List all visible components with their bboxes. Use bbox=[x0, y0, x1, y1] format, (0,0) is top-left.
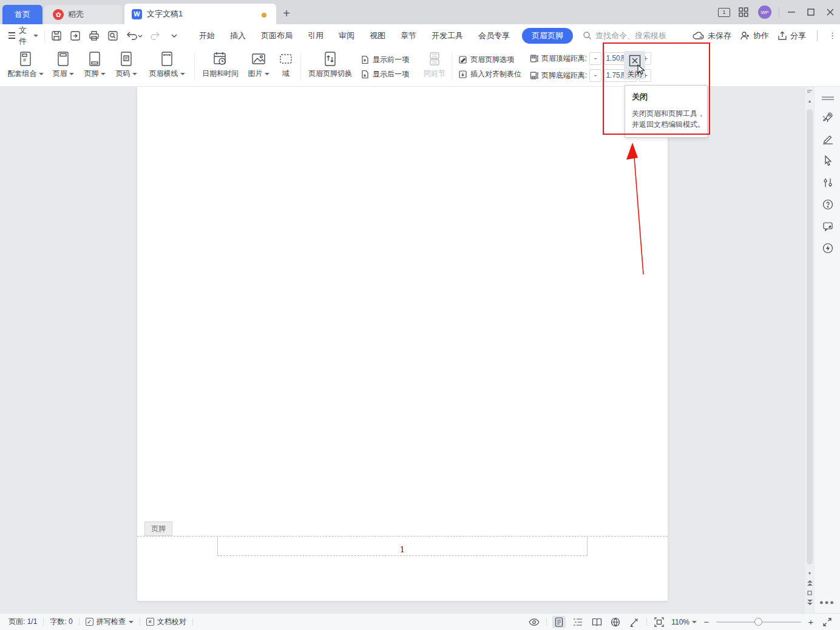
document-page[interactable] bbox=[137, 87, 668, 601]
document-canvas[interactable]: 页脚 1 bbox=[0, 87, 805, 613]
print-preview-icon[interactable] bbox=[106, 29, 120, 42]
tab-references[interactable]: 引用 bbox=[304, 28, 327, 44]
zoom-out-button[interactable]: − bbox=[702, 617, 711, 627]
share-button[interactable]: 分享 bbox=[777, 30, 806, 41]
close-window-button[interactable] bbox=[821, 0, 840, 24]
combo-set-button[interactable]: # 配套组合 bbox=[4, 47, 47, 87]
scrollbar-thumb[interactable] bbox=[807, 109, 813, 564]
tab-dev-tools[interactable]: 开发工具 bbox=[428, 28, 467, 44]
web-layout-icon[interactable] bbox=[609, 616, 622, 628]
hf-switch-icon bbox=[322, 51, 338, 67]
edit-pen-icon[interactable] bbox=[821, 132, 835, 146]
sidebar-more-icon[interactable]: ●●● bbox=[819, 598, 835, 606]
ribbon-separator bbox=[194, 53, 195, 81]
previous-page-icon[interactable] bbox=[805, 580, 814, 586]
close-header-footer-button[interactable]: 关闭 bbox=[624, 51, 645, 80]
zoom-slider[interactable] bbox=[716, 622, 801, 623]
scroll-down-icon[interactable]: ▼ bbox=[805, 571, 814, 575]
page-view-icon[interactable] bbox=[552, 616, 566, 628]
search-input[interactable] bbox=[595, 31, 693, 40]
save-icon[interactable] bbox=[50, 29, 63, 42]
hf-options-icon bbox=[458, 55, 467, 64]
print-icon[interactable] bbox=[87, 29, 101, 42]
vertical-scrollbar[interactable]: ▲ ▼ bbox=[805, 87, 814, 613]
datetime-button[interactable]: 日期和时间 bbox=[197, 47, 243, 87]
ink-pen-icon[interactable] bbox=[628, 616, 641, 628]
footer-button[interactable]: 页脚 bbox=[79, 47, 110, 87]
chevron-down-icon bbox=[692, 621, 697, 623]
header-line-button[interactable]: 页眉横线 bbox=[142, 47, 192, 87]
zoom-slider-handle[interactable] bbox=[754, 618, 762, 626]
customize-toolbar-icon[interactable] bbox=[168, 29, 181, 42]
chevron-down-icon bbox=[129, 621, 134, 623]
performance-lightning-icon[interactable] bbox=[821, 242, 835, 255]
eye-protect-icon[interactable] bbox=[527, 616, 541, 628]
select-browse-object-icon[interactable] bbox=[805, 591, 814, 595]
header-distance-decrease[interactable]: - bbox=[589, 52, 601, 65]
user-avatar[interactable]: WP bbox=[758, 5, 771, 19]
zoom-in-button[interactable]: + bbox=[807, 617, 815, 627]
zoom-level-button[interactable]: 110% bbox=[671, 618, 697, 626]
header-button[interactable]: 页眉 bbox=[47, 47, 79, 87]
tooltip-line2: 并返回文档编辑模式。 bbox=[632, 119, 700, 130]
feedback-icon[interactable] bbox=[821, 220, 835, 233]
collaborate-label: 协作 bbox=[753, 30, 769, 41]
ruler-toggle-icon[interactable] bbox=[805, 89, 814, 95]
undo-icon[interactable] bbox=[125, 29, 143, 42]
maximize-button[interactable] bbox=[801, 0, 821, 24]
wps-writer-icon: W bbox=[132, 9, 142, 19]
select-cursor-icon[interactable] bbox=[821, 154, 835, 168]
fit-page-icon[interactable] bbox=[652, 616, 666, 628]
insert-align-tab-button[interactable]: 插入对齐制表位 bbox=[458, 69, 523, 80]
file-menu-button[interactable]: 文件 bbox=[0, 25, 44, 47]
minimize-button[interactable] bbox=[782, 0, 801, 24]
spell-check-toggle[interactable]: ✓ 拼写检查 bbox=[86, 617, 134, 627]
hf-switch-button[interactable]: 页眉页脚切换 bbox=[303, 47, 357, 87]
svg-text:#: # bbox=[23, 57, 26, 63]
picture-icon bbox=[251, 51, 266, 67]
app-grid-icon[interactable] bbox=[734, 0, 753, 24]
word-count[interactable]: 字数: 0 bbox=[50, 617, 72, 627]
tab-insert[interactable]: 插入 bbox=[226, 28, 249, 44]
tab-home-start[interactable]: 开始 bbox=[195, 28, 218, 44]
hf-options-button[interactable]: 页眉页脚选项 bbox=[458, 55, 523, 65]
tab-section[interactable]: 章节 bbox=[397, 28, 420, 44]
show-previous-button[interactable]: 显示前一项 bbox=[361, 55, 416, 65]
docer-icon: ✿ bbox=[53, 9, 64, 20]
save-status[interactable]: 未保存 bbox=[693, 30, 731, 41]
footer-distance-decrease[interactable]: - bbox=[589, 69, 601, 82]
redo-icon[interactable] bbox=[149, 29, 162, 42]
new-tab-button[interactable]: + bbox=[279, 6, 294, 21]
next-page-icon[interactable] bbox=[805, 600, 814, 606]
tab-layout-icon[interactable]: 1 bbox=[714, 0, 734, 24]
docer-tab[interactable]: ✿ 稻壳 bbox=[44, 5, 122, 24]
document-tab[interactable]: W 文字文稿1 bbox=[124, 4, 276, 24]
picture-button[interactable]: 图片 bbox=[243, 47, 274, 87]
footer-edit-area[interactable]: 1 bbox=[217, 537, 588, 556]
home-tab[interactable]: 首页 bbox=[2, 5, 42, 24]
doc-proof-toggle[interactable]: ✕ 文档校对 bbox=[146, 617, 186, 627]
collaborate-button[interactable]: 协作 bbox=[740, 30, 769, 41]
tab-header-footer-active[interactable]: 页眉页脚 bbox=[522, 28, 573, 44]
tab-view[interactable]: 视图 bbox=[366, 28, 389, 44]
help-icon[interactable] bbox=[821, 198, 835, 211]
command-search[interactable] bbox=[583, 31, 693, 40]
outline-view-icon[interactable] bbox=[571, 616, 584, 628]
export-icon[interactable] bbox=[69, 29, 82, 42]
quick-access-rocket-icon[interactable] bbox=[821, 110, 835, 124]
scroll-up-icon[interactable]: ▲ bbox=[805, 99, 814, 103]
header-line-icon bbox=[159, 51, 175, 67]
unsaved-label: 未保存 bbox=[708, 30, 731, 41]
sidebar-menu-icon[interactable] bbox=[821, 92, 835, 105]
read-mode-icon[interactable] bbox=[590, 616, 603, 628]
settings-sliders-icon[interactable] bbox=[821, 176, 835, 189]
more-options-icon[interactable]: ⋮ bbox=[828, 31, 836, 40]
field-button[interactable]: 域 bbox=[274, 47, 298, 87]
show-next-button[interactable]: 显示后一项 bbox=[361, 69, 416, 80]
tab-member[interactable]: 会员专享 bbox=[475, 28, 513, 44]
tab-review[interactable]: 审阅 bbox=[335, 28, 358, 44]
fullscreen-icon[interactable] bbox=[821, 616, 834, 628]
tab-page-layout[interactable]: 页面布局 bbox=[257, 28, 296, 44]
page-number-button[interactable]: # 页码 bbox=[110, 47, 142, 87]
cloud-unsaved-icon bbox=[693, 31, 705, 40]
